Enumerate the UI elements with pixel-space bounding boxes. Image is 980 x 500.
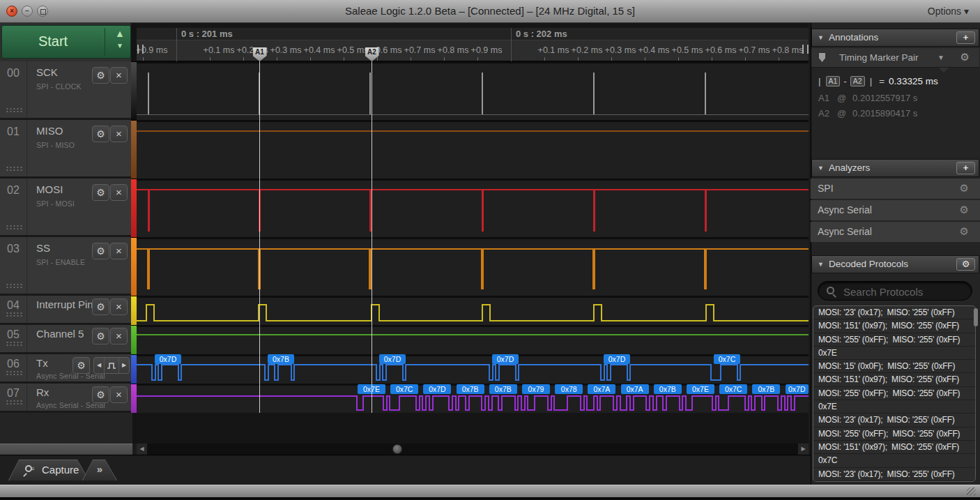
channel-remove-button[interactable]: ×: [110, 298, 128, 315]
channel-settings-button[interactable]: ⚙: [72, 357, 90, 374]
waveform-canvas[interactable]: [137, 61, 809, 413]
channel-settings-button[interactable]: ⚙: [92, 126, 109, 142]
app-window: × − Saleae Logic 1.2.0 Beta – [Connected…: [0, 0, 980, 500]
dropdown-icon[interactable]: ▼: [937, 48, 944, 67]
channel-settings-button[interactable]: ⚙: [92, 328, 109, 344]
timeline-tick: [645, 57, 645, 61]
timeline-right-handle[interactable]: [802, 45, 809, 54]
timeline-tick-label: +0.8 ms: [772, 44, 804, 56]
resize-grip[interactable]: [967, 487, 976, 496]
titlebar: × − Saleae Logic 1.2.0 Beta – [Connected…: [0, 0, 980, 23]
channel-remove-button[interactable]: ×: [110, 126, 128, 142]
decoded-entry[interactable]: MOSI: '23' (0x17); MISO: '255' (0xFF): [813, 468, 975, 481]
channel-remove-button[interactable]: ×: [110, 67, 128, 84]
timeline-tick-label: +0.8 ms: [438, 44, 469, 56]
decoded-settings-button[interactable]: ⚙: [956, 258, 975, 271]
gear-icon[interactable]: ⚙: [960, 222, 969, 241]
decoded-entry[interactable]: 0x7E: [813, 347, 975, 360]
timeline-tick: [779, 57, 779, 61]
edge-nav-group: ◀▶: [93, 357, 130, 374]
decoded-entry[interactable]: MOSI: '255' (0xFF); MISO: '255' (0xFF): [813, 387, 975, 400]
analyzer-name: Async Serial: [818, 204, 872, 215]
channel-remove-button[interactable]: ×: [110, 243, 128, 259]
channel-settings-button[interactable]: ⚙: [92, 298, 109, 315]
drag-handle[interactable]: [6, 312, 22, 317]
timeline-left-handle[interactable]: [137, 45, 144, 54]
drag-handle[interactable]: [6, 166, 22, 172]
decoded-entry[interactable]: MOSI: '151' (0x97); MISO: '255' (0xFF): [813, 319, 975, 333]
timeline-tick-label: +0.5 ms: [337, 44, 369, 56]
drag-handle[interactable]: [6, 225, 22, 230]
scroll-left-icon[interactable]: ◀: [137, 444, 147, 455]
decoded-entry[interactable]: MOSI: '23' (0x17); MISO: '255' (0xFF): [813, 414, 975, 427]
channel-row: 07RxAsync Serial - Serial⚙×: [0, 384, 131, 413]
pulse-icon[interactable]: [104, 358, 118, 373]
timeline-tick-label: +0.1 ms: [538, 44, 569, 56]
gear-icon[interactable]: ⚙: [960, 48, 970, 67]
decoded-entry[interactable]: 0x7E: [813, 400, 975, 414]
collapse-icon: ▼: [818, 256, 824, 273]
timeline-tick-label: +0.4 ms: [304, 44, 335, 56]
decoded-entry[interactable]: MOSI: '151' (0x97); MISO: '255' (0xFF): [813, 373, 975, 386]
decoded-entry[interactable]: MOSI: '15' (0x0F); MISO: '255' (0xFF): [813, 360, 975, 373]
timeline-tick-label: +0.7 ms: [739, 44, 770, 56]
scrollbar-thumb[interactable]: [392, 444, 402, 454]
at-glyph: @: [837, 108, 846, 119]
decoded-entry[interactable]: MOSI: '23' (0x17); MISO: '255' (0xFF): [813, 306, 975, 319]
scroll-down-icon[interactable]: ▼: [108, 42, 132, 50]
scroll-up-icon[interactable]: ▲: [108, 28, 132, 39]
start-button[interactable]: Start ▲ ▼: [1, 25, 131, 59]
search-input[interactable]: [842, 282, 967, 301]
channel-settings-button[interactable]: ⚙: [92, 184, 109, 201]
channel-settings-button[interactable]: ⚙: [92, 67, 109, 84]
decoded-entry[interactable]: MOSI: '255' (0xFF); MISO: '255' (0xFF): [813, 427, 975, 441]
more-tabs-tab[interactable]: »: [82, 460, 117, 480]
decoded-entry[interactable]: MOSI: '151' (0x97); MISO: '255' (0xFF): [813, 441, 975, 454]
capture-tab[interactable]: ≡ Capture: [8, 460, 89, 480]
next-edge-button[interactable]: ▶: [118, 358, 129, 373]
gear-icon[interactable]: ⚙: [960, 200, 969, 220]
annotations-header[interactable]: ▼ Annotations +: [811, 29, 979, 47]
timeline-section-row[interactable]: [137, 28, 809, 40]
decoded-entry[interactable]: MOSI: '255' (0xFF); MISO: '255' (0xFF): [813, 333, 975, 347]
list-scrollbar-thumb[interactable]: [974, 308, 978, 326]
channel-number: 07: [7, 387, 20, 400]
chevrons-icon: »: [82, 460, 117, 479]
decoded-entry[interactable]: 0x7C: [813, 454, 975, 467]
marker-flag-icon: [819, 53, 825, 62]
drag-handle[interactable]: [6, 107, 22, 113]
drag-handle[interactable]: [6, 341, 22, 347]
horizontal-scrollbar[interactable]: ◀ ▶: [137, 444, 809, 455]
decoded-protocols-header[interactable]: ▼ Decoded Protocols ⚙: [811, 255, 979, 273]
a1-label: A1: [818, 93, 829, 103]
options-menu[interactable]: Options ▾: [928, 0, 969, 22]
timeline-tick: [444, 57, 445, 61]
analyzers-header[interactable]: ▼ Analyzers +: [811, 159, 979, 177]
channel-color-strip: [131, 179, 137, 237]
add-analyzer-button[interactable]: +: [956, 162, 975, 174]
prev-edge-button[interactable]: ◀: [94, 358, 104, 373]
timing-marker-pair-row[interactable]: Timing Marker Pair ▼ ⚙: [811, 48, 979, 68]
add-annotation-button[interactable]: +: [956, 31, 975, 44]
protocol-search-box[interactable]: [818, 281, 972, 301]
gear-icon[interactable]: ⚙: [960, 179, 969, 198]
drag-handle[interactable]: [6, 283, 22, 289]
channel-name: MISO: [36, 125, 63, 137]
timeline-tick: [143, 57, 144, 61]
channel-remove-button[interactable]: ×: [110, 386, 128, 403]
channel-row: 03SSSPI - ENABLE⚙×: [0, 237, 131, 296]
channel-remove-button[interactable]: ×: [110, 184, 128, 201]
equals-glyph: =: [879, 76, 885, 86]
sidebar-lower-area: [0, 413, 132, 444]
channel-subtitle: SPI - ENABLE: [36, 258, 85, 266]
channel-settings-button[interactable]: ⚙: [92, 243, 109, 259]
search-icon: [827, 287, 834, 294]
channel-remove-button[interactable]: ×: [110, 328, 128, 344]
decoded-byte-bubble: 0x7D: [492, 354, 519, 364]
drag-handle[interactable]: [6, 370, 22, 376]
analyzer-item: SPI⚙: [811, 179, 980, 199]
drag-handle[interactable]: [6, 400, 22, 405]
a1-timestamp: 0.2012557917 s: [852, 93, 917, 103]
channel-settings-button[interactable]: ⚙: [92, 386, 109, 403]
scroll-right-icon[interactable]: ▶: [798, 444, 809, 455]
